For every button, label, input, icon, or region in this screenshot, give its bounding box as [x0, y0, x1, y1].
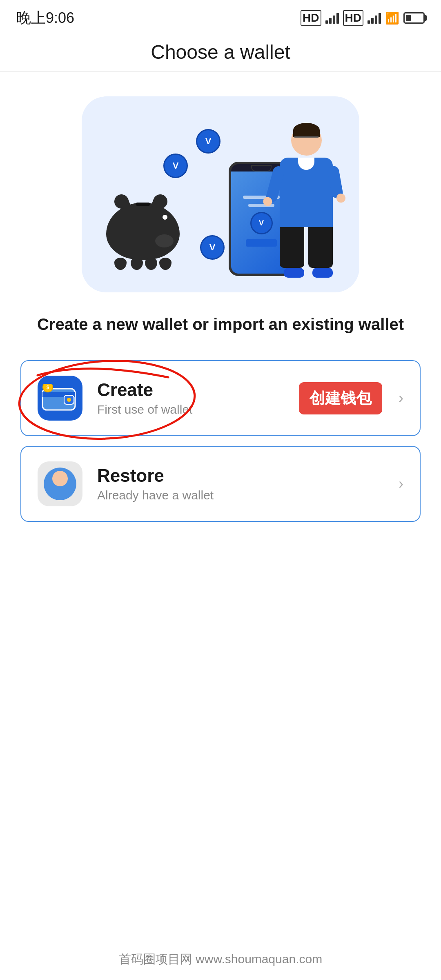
- page-header: Choose a wallet: [0, 33, 441, 72]
- hd-badge-2: HD: [343, 10, 363, 26]
- person-illustration: [270, 125, 343, 272]
- create-option-text: Create First use of wallet: [97, 380, 299, 416]
- piggy-ear: [112, 192, 131, 211]
- person-glasses: [294, 136, 318, 143]
- wifi-icon: 📶: [385, 11, 399, 25]
- restore-option-title: Restore: [97, 466, 390, 486]
- create-option-title: Create: [97, 380, 299, 400]
- create-option-subtitle: First use of wallet: [97, 403, 299, 416]
- signal-bars-1: [325, 12, 339, 24]
- restore-option-text: Restore Already have a wallet: [97, 466, 390, 502]
- person-collar: [298, 158, 314, 170]
- create-arrow-icon: ›: [399, 390, 403, 407]
- avatar-body: [46, 488, 74, 500]
- description-text: Create a new wallet or import an existin…: [24, 313, 416, 336]
- piggy-leg: [145, 258, 157, 270]
- crypto-coin-1: V: [196, 129, 220, 154]
- create-icon-container: $: [38, 376, 82, 421]
- options-container: $ Create First use of wallet 创建钱包 › Rest…: [0, 356, 441, 526]
- piggy-body: [106, 203, 180, 260]
- status-icons: HD HD 📶: [301, 10, 425, 26]
- signal-bar: [368, 20, 370, 24]
- restore-avatar-icon: [44, 468, 76, 500]
- svg-point-4: [67, 398, 71, 402]
- person-head: [291, 125, 322, 156]
- footer-watermark: 首码圈项目网 www.shoumaquan.com: [0, 951, 441, 968]
- signal-bars-2: [368, 12, 381, 24]
- piggy-leg: [131, 258, 143, 270]
- person-leg: [308, 227, 333, 268]
- crypto-coin-3: V: [200, 235, 225, 260]
- description-section: Create a new wallet or import an existin…: [0, 309, 441, 356]
- person-body: [280, 158, 333, 227]
- restore-icon-container: [38, 461, 82, 506]
- piggy-snout: [155, 234, 174, 247]
- phone-notch: [251, 165, 272, 172]
- signal-bar: [336, 13, 339, 24]
- person-arm: [327, 165, 343, 199]
- signal-bar: [379, 13, 381, 24]
- create-badge[interactable]: 创建钱包: [299, 382, 382, 414]
- person-legs: [280, 227, 333, 268]
- signal-bar: [325, 20, 328, 24]
- restore-arrow-icon: ›: [399, 475, 403, 492]
- create-wallet-card[interactable]: $ Create First use of wallet 创建钱包 ›: [20, 360, 421, 436]
- status-time: 晚上9:06: [16, 8, 74, 28]
- signal-bar: [375, 16, 377, 24]
- person-hand: [336, 193, 346, 203]
- page-title: Choose a wallet: [16, 41, 425, 63]
- person-hair: [293, 123, 320, 137]
- person-leg: [280, 227, 304, 268]
- restore-option-subtitle: Already have a wallet: [97, 488, 390, 502]
- piggy-slot: [136, 203, 150, 206]
- piggy-ear: [151, 192, 169, 211]
- piggy-leg: [159, 258, 172, 270]
- illustration-container: V V V V: [0, 72, 441, 309]
- crypto-coin-2: V: [163, 154, 188, 178]
- hd-badge-1: HD: [301, 10, 321, 26]
- svg-text:$: $: [47, 385, 49, 390]
- restore-wallet-card[interactable]: Restore Already have a wallet ›: [20, 446, 421, 522]
- piggy-bank-illustration: [106, 203, 188, 268]
- signal-bar: [333, 16, 335, 24]
- piggy-leg: [114, 258, 127, 270]
- watermark-text: 首码圈项目网 www.shoumaquan.com: [119, 952, 323, 966]
- person-shoe: [284, 268, 304, 278]
- signal-bar: [329, 18, 332, 24]
- status-bar: 晚上9:06 HD HD 📶: [0, 0, 441, 33]
- piggy-eye: [163, 215, 167, 220]
- battery-icon: [403, 12, 425, 24]
- avatar-head: [52, 471, 68, 486]
- wallet-icon: $: [42, 384, 78, 412]
- signal-bar: [371, 18, 374, 24]
- person-shoe: [312, 268, 333, 278]
- hero-illustration: V V V V: [82, 96, 359, 292]
